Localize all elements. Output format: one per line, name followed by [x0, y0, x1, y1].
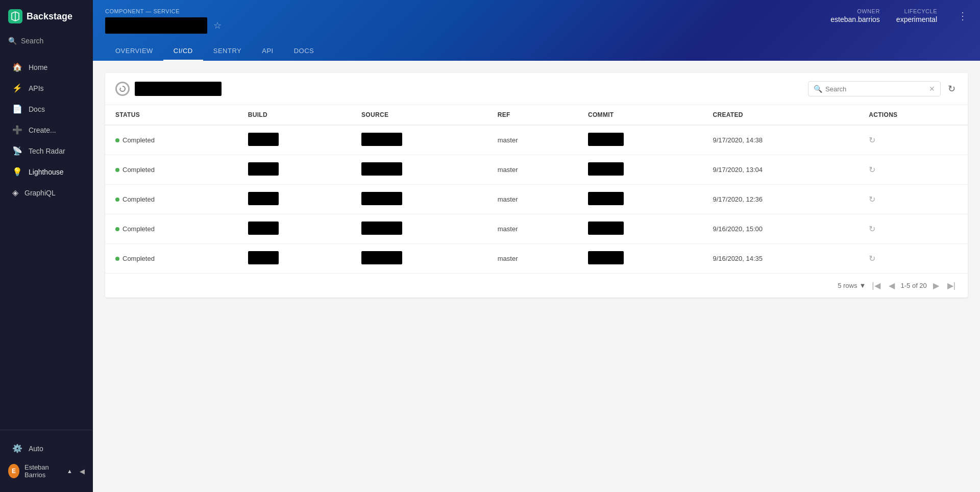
- card-header-right: 🔍 ✕ ↻: [808, 81, 958, 96]
- next-page-button[interactable]: ▶: [931, 280, 941, 291]
- app-logo[interactable]: Backstage: [0, 0, 93, 33]
- search-clear-icon[interactable]: ✕: [929, 85, 935, 93]
- ref-cell: master: [487, 185, 578, 214]
- search-input[interactable]: [825, 85, 926, 93]
- ref-cell: master: [487, 155, 578, 185]
- sidebar-item-tech-radar[interactable]: 📡 Tech Radar: [4, 141, 89, 161]
- sidebar: Backstage 🔍 Search 🏠 Home ⚡ APIs 📄 Docs …: [0, 0, 93, 492]
- ref-cell: master: [487, 125, 578, 155]
- actions-cell: ↻: [859, 214, 968, 244]
- sidebar-item-auto[interactable]: ⚙️ Auto: [4, 438, 89, 458]
- build-redacted: [248, 133, 279, 146]
- status-text: Completed: [122, 136, 155, 144]
- tab-overview[interactable]: OVERVIEW: [105, 42, 163, 61]
- header-left: COMPONENT — SERVICE ☆: [105, 8, 222, 34]
- source-redacted: [361, 133, 402, 146]
- pagination: 5 rows ▼ |◀ ◀ 1-5 of 20 ▶ ▶|: [105, 273, 968, 298]
- source-redacted: [361, 162, 402, 176]
- favorite-star-icon[interactable]: ☆: [213, 20, 222, 31]
- lifecycle-label: Lifecycle: [896, 8, 937, 14]
- tab-cicd[interactable]: CI/CD: [163, 42, 203, 61]
- commit-redacted: [588, 222, 624, 235]
- retry-button[interactable]: ↻: [869, 225, 875, 233]
- source-redacted: [361, 251, 402, 264]
- table-header: STATUS BUILD SOURCE REF COMMIT CREATED A…: [105, 105, 968, 125]
- sidebar-item-docs[interactable]: 📄 Docs: [4, 99, 89, 119]
- create-icon: ➕: [12, 125, 22, 135]
- source-redacted: [361, 192, 402, 205]
- build-redacted: [248, 162, 279, 176]
- sidebar-item-lighthouse[interactable]: 💡 Lighthouse: [4, 162, 89, 182]
- retry-button[interactable]: ↻: [869, 195, 875, 204]
- search-icon: 🔍: [814, 85, 822, 93]
- build-redacted: [248, 192, 279, 205]
- refresh-button[interactable]: ↻: [946, 81, 958, 96]
- actions-cell: ↻: [859, 244, 968, 274]
- prev-page-button[interactable]: ◀: [887, 280, 897, 291]
- search-box[interactable]: 🔍 ✕: [808, 81, 941, 96]
- last-page-button[interactable]: ▶|: [945, 280, 958, 291]
- retry-button[interactable]: ↻: [869, 136, 875, 144]
- build-redacted: [248, 251, 279, 264]
- sidebar-item-create-label: Create...: [29, 126, 56, 134]
- content-area: 🔍 ✕ ↻ STATUS BUILD SOURCE REF COMMIT: [93, 61, 980, 492]
- commit-redacted: [588, 251, 624, 264]
- pipeline-status-icon: [115, 82, 130, 96]
- commit-redacted: [588, 192, 624, 205]
- actions-cell: ↻: [859, 185, 968, 214]
- main-content: COMPONENT — SERVICE ☆ Owner esteban.barr…: [93, 0, 980, 492]
- svg-marker-1: [120, 87, 121, 89]
- sidebar-user[interactable]: E Esteban Barrios ▲ ◀: [0, 458, 93, 484]
- rows-per-page-select[interactable]: 5 rows ▼: [838, 282, 866, 289]
- more-options-icon[interactable]: ⋮: [958, 10, 968, 22]
- sidebar-nav: 🏠 Home ⚡ APIs 📄 Docs ➕ Create... 📡 Tech …: [0, 53, 93, 430]
- sidebar-search[interactable]: 🔍 Search: [0, 33, 93, 53]
- page-header: COMPONENT — SERVICE ☆ Owner esteban.barr…: [93, 0, 980, 61]
- breadcrumb: COMPONENT — SERVICE: [105, 8, 222, 14]
- source-cell: [351, 244, 487, 274]
- tab-sentry[interactable]: SENTRY: [203, 42, 252, 61]
- table-row: Completed master 9/16/2020, 15:00 ↻: [105, 214, 968, 244]
- tab-api[interactable]: API: [252, 42, 283, 61]
- status-text: Completed: [122, 166, 155, 174]
- tab-docs[interactable]: DOCS: [284, 42, 325, 61]
- source-redacted: [361, 222, 402, 235]
- user-expand-icon: ◀: [80, 468, 85, 475]
- col-actions: ACTIONS: [859, 105, 968, 125]
- status-dot: [115, 227, 119, 231]
- commit-cell: [578, 214, 703, 244]
- build-cell: [238, 185, 351, 214]
- commit-redacted: [588, 162, 624, 176]
- sidebar-item-apis-label: APIs: [29, 84, 44, 92]
- rows-chevron-icon: ▼: [859, 282, 866, 289]
- first-page-button[interactable]: |◀: [870, 280, 882, 291]
- status-dot: [115, 198, 119, 202]
- source-cell: [351, 185, 487, 214]
- sidebar-bottom: ⚙️ Auto E Esteban Barrios ▲ ◀: [0, 430, 93, 492]
- table-header-row: STATUS BUILD SOURCE REF COMMIT CREATED A…: [105, 105, 968, 125]
- lifecycle-meta: Lifecycle experimental: [896, 8, 937, 23]
- sidebar-auto-label: Auto: [29, 445, 43, 453]
- status-text: Completed: [122, 195, 155, 203]
- user-avatar: E: [8, 464, 19, 478]
- table-body: Completed master 9/17/2020, 14:38 ↻ Comp…: [105, 125, 968, 273]
- build-cell: [238, 244, 351, 274]
- sidebar-item-lighthouse-label: Lighthouse: [29, 168, 64, 176]
- sidebar-item-create[interactable]: ➕ Create...: [4, 120, 89, 140]
- sidebar-item-home[interactable]: 🏠 Home: [4, 57, 89, 77]
- sidebar-item-apis[interactable]: ⚡ APIs: [4, 78, 89, 98]
- actions-cell: ↻: [859, 155, 968, 185]
- status-cell: Completed: [105, 244, 238, 274]
- sidebar-item-graphiql[interactable]: ◈ GraphiQL: [4, 183, 89, 203]
- col-commit: COMMIT: [578, 105, 703, 125]
- col-source: SOURCE: [351, 105, 487, 125]
- card-header-left: [115, 82, 222, 96]
- created-cell: 9/17/2020, 12:36: [702, 185, 859, 214]
- status-cell: Completed: [105, 214, 238, 244]
- tech-radar-icon: 📡: [12, 146, 22, 156]
- ref-cell: master: [487, 214, 578, 244]
- owner-value: esteban.barrios: [830, 15, 880, 23]
- status-text: Completed: [122, 255, 155, 262]
- retry-button[interactable]: ↻: [869, 254, 875, 263]
- retry-button[interactable]: ↻: [869, 165, 875, 174]
